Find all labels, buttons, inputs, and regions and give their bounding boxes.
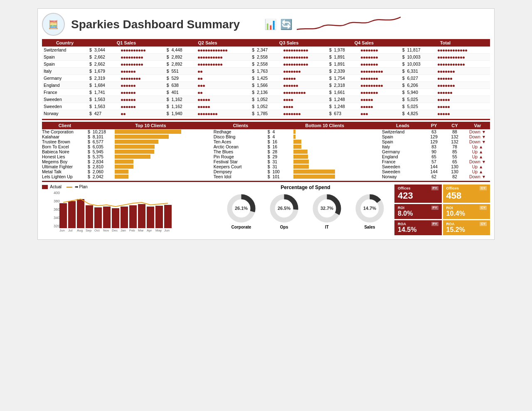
header: 🧮 Sparkies Dashboard Summary 📊 🔄	[42, 13, 490, 36]
refresh-icon: 🔄	[280, 19, 293, 30]
leads-var: Down ▼	[465, 139, 490, 144]
client-value: $ 5,945	[88, 149, 115, 154]
leads-cy: 82	[444, 174, 465, 179]
bottom10-bar	[293, 149, 382, 154]
q4-value: $ 1,248	[328, 103, 359, 110]
leads-var: Down ▼	[465, 134, 490, 139]
sales-row: Sweeden $ 1,563 $ 1,162 $ 1,052 $ 1,248 …	[42, 103, 490, 110]
q3-value: $ 1,785	[250, 110, 282, 117]
svg-text:320: 320	[54, 224, 60, 228]
client-bar	[115, 159, 214, 164]
svg-text:360: 360	[54, 207, 60, 212]
q2-dots	[196, 68, 250, 75]
leads-py: 129	[424, 139, 444, 144]
svg-text:Apr: Apr	[147, 229, 152, 232]
q2-value: $ 1,162	[165, 103, 197, 110]
bottom10-header: Bottom 10 Clients	[268, 122, 382, 129]
sales-table: Country Q1 Sales Q2 Sales Q3 Sales Q4 Sa…	[42, 39, 490, 117]
client-bar	[115, 169, 214, 174]
client-value: $ 2,810	[88, 164, 115, 169]
leads-cy: 132	[444, 139, 465, 144]
client-section: Client Top 10 Clients Clients Bottom 10 …	[42, 122, 490, 179]
client-name: Metal Talk	[42, 169, 88, 174]
leads-var: Up ▲	[465, 164, 490, 169]
q3-value: $ 1,052	[250, 103, 282, 110]
bottom10-bar	[293, 159, 382, 164]
q2-value: $ 551	[165, 68, 197, 75]
donut-ops-label: Ops	[268, 225, 300, 229]
dashboard: 🧮 Sparkies Dashboard Summary 📊 🔄 Country…	[37, 8, 495, 240]
client-client: Arctic Ocean	[214, 144, 268, 149]
svg-rect-15	[147, 207, 154, 228]
client-client: Pin Rouge	[214, 154, 268, 159]
sales-row: Switzerland $ 3,044 $ 4,448 $ 2,347 $ 1,…	[42, 47, 490, 54]
svg-rect-13	[129, 205, 137, 228]
leads-py: 90	[424, 149, 444, 154]
logo: 🧮	[42, 13, 67, 36]
svg-rect-7	[77, 199, 84, 228]
q4-value: $ 2,318	[328, 82, 359, 89]
svg-text:14.7%: 14.7%	[363, 206, 376, 211]
total-dots	[436, 82, 490, 89]
q4-dots	[359, 103, 401, 110]
q2-value: $ 2,892	[165, 61, 197, 68]
client-bar	[115, 144, 214, 149]
country-header: Country	[42, 39, 88, 47]
client-value: $ 2,834	[88, 159, 115, 164]
q1-value: $ 2,662	[88, 54, 119, 61]
client-value: $ 2,042	[88, 174, 115, 179]
leads-cy: 88	[444, 129, 465, 134]
q4-dots	[359, 54, 401, 61]
client-row: Lets Lighten Up $ 2,042 Teen Idol $ 101 …	[42, 174, 490, 179]
roa-py-box: ROAPY 14.5%	[394, 220, 442, 235]
q1-value: $ 3,044	[88, 47, 119, 54]
sales-row: Italy $ 1,679 $ 551 $ 1,763 $ 2,339 $ 6,…	[42, 68, 490, 75]
leads-var: Up ▲	[465, 154, 490, 159]
bottom10-value: $ 4	[268, 129, 293, 134]
bottom10-bar	[293, 174, 382, 179]
q2-dots	[196, 89, 250, 96]
q1-dots	[119, 61, 165, 68]
client-col-header: Client	[42, 122, 88, 129]
donut-ops: 26.5% Ops	[268, 193, 300, 229]
client-row: Babieca Noire $ 5,945 The Blues $ 28 Ger…	[42, 149, 490, 154]
q2-value: $ 4,448	[165, 47, 197, 54]
section-divider-1	[42, 119, 490, 120]
total-value: $ 4,825	[401, 110, 436, 117]
q4-dots	[359, 110, 401, 117]
client-row: The Corporation $ 10,218 Redhage $ 4 Swi…	[42, 129, 490, 134]
country-cell: France	[42, 89, 88, 96]
q1-header: Q1 Sales	[88, 39, 165, 47]
leads-cy: 85	[444, 149, 465, 154]
svg-rect-5	[59, 203, 67, 228]
plan-legend: ➡ Plan	[66, 185, 88, 189]
leads-var: Down ▼	[465, 174, 490, 179]
q2-value: $ 638	[165, 82, 197, 89]
leads-var: Down ▼	[465, 159, 490, 164]
q3-value: $ 1,566	[250, 82, 282, 89]
q3-value: $ 1,052	[250, 96, 282, 103]
roi-py-value: 8.0%	[398, 210, 438, 217]
client-client: The Blues	[214, 149, 268, 154]
sales-row: Germany $ 2,319 $ 529 $ 1,425 $ 1,754 $ …	[42, 75, 490, 82]
sales-row: England $ 1,684 $ 638 $ 1,566 $ 2,318 $ …	[42, 82, 490, 89]
donut-it-label: IT	[311, 225, 342, 229]
leads-var: Down ▼	[465, 129, 490, 134]
q1-dots	[119, 89, 165, 96]
total-value: $ 11,817	[401, 47, 436, 54]
sales-row: Spain $ 2,662 $ 2,892 $ 2,558 $ 1,891 $ …	[42, 54, 490, 61]
total-value: $ 5,940	[401, 89, 436, 96]
total-dots	[436, 110, 490, 117]
svg-text:26.1%: 26.1%	[235, 206, 248, 211]
total-value: $ 6,331	[401, 68, 436, 75]
leads-cy: 78	[444, 144, 465, 149]
py-header: PY	[424, 122, 444, 129]
donuts-row: 26.1% Corporate 26.5% Ops	[220, 193, 391, 229]
client-row: Megems Boy $ 2,834 Festival Star $ 31 Fr…	[42, 159, 490, 164]
svg-rect-9	[94, 207, 102, 228]
roa-cy-box: ROACY 15.2%	[443, 220, 490, 235]
bottom-section: Actual ➡ Plan 400 380 360 340 320	[42, 185, 490, 235]
country-cell: Sweeden	[42, 103, 88, 110]
client-client: Festival Star	[214, 159, 268, 164]
top10-header: Top 10 Clients	[88, 122, 214, 129]
